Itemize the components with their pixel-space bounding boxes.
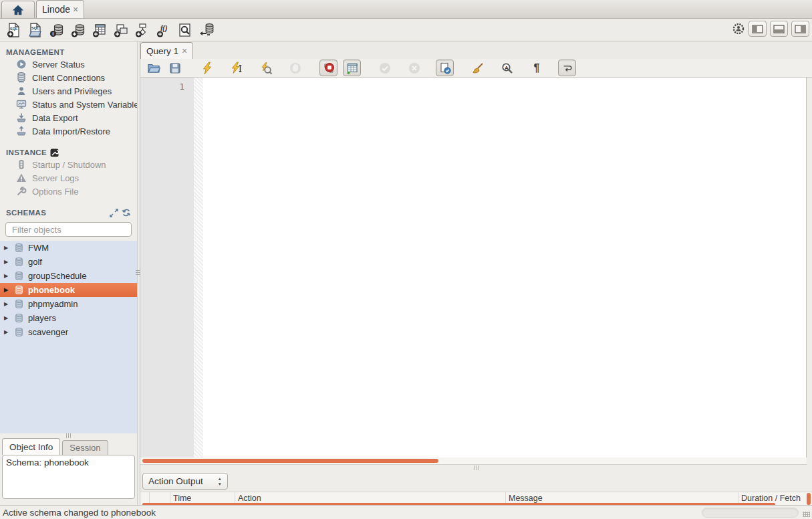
expander-icon[interactable]: ▶ xyxy=(4,301,10,307)
schema-icon xyxy=(14,299,24,309)
expander-icon[interactable]: ▶ xyxy=(4,273,10,279)
expander-icon[interactable]: ▶ xyxy=(4,315,10,321)
explain-button[interactable] xyxy=(258,60,274,76)
sidebar-item-server-status[interactable]: Server Status xyxy=(0,58,137,71)
word-wrap-icon xyxy=(561,62,573,74)
navigator-sidebar: MANAGEMENT Server Status Client Connecti… xyxy=(0,41,137,505)
create-table-button[interactable] xyxy=(89,20,110,40)
schema-name: phpmyadmin xyxy=(28,299,78,309)
status-bar: Active schema changed to phonebook xyxy=(0,505,812,519)
schema-name: FWM xyxy=(28,243,49,253)
mysql-workbench-window: Linode × SQL SQL i xyxy=(0,0,812,519)
create-procedure-icon xyxy=(134,22,150,38)
fold-margin xyxy=(194,78,203,457)
toggle-right-sidebar-button[interactable] xyxy=(791,21,809,37)
create-view-button[interactable] xyxy=(110,20,132,40)
tab-session[interactable]: Session xyxy=(62,440,108,455)
schema-icon xyxy=(14,285,24,295)
execute-current-button[interactable] xyxy=(229,60,245,76)
editor-hscrollbar-thumb[interactable] xyxy=(142,459,438,463)
sidebar-item-status-variables[interactable]: Status and System Variables xyxy=(0,98,137,111)
save-button[interactable] xyxy=(167,60,183,76)
editor-hscrollbar[interactable] xyxy=(140,457,807,465)
create-function-button[interactable]: f() xyxy=(153,20,174,40)
home-tab[interactable] xyxy=(1,1,35,18)
rollback-button[interactable] xyxy=(406,60,422,76)
home-icon xyxy=(11,3,25,17)
sidebar-item-users-privileges[interactable]: Users and Privileges xyxy=(0,84,137,98)
reconnect-dbms-icon xyxy=(198,22,215,38)
schema-inspector-icon: i xyxy=(49,22,65,38)
toggle-autocommit-button[interactable] xyxy=(436,60,454,76)
close-tab-icon[interactable]: × xyxy=(73,5,78,14)
sidebar-item-data-export[interactable]: Data Export xyxy=(0,111,137,124)
schema-row-phpmyadmin[interactable]: ▶ phpmyadmin xyxy=(0,297,137,311)
new-query-tab-button[interactable]: SQL xyxy=(3,20,25,40)
expand-schemas-icon[interactable] xyxy=(110,209,118,217)
preferences-gear-icon[interactable] xyxy=(732,22,745,35)
sidebar-item-startup-shutdown[interactable]: Startup / Shutdown xyxy=(0,158,137,171)
output-table-header: Time Action Message Duration / Fetch xyxy=(140,492,812,505)
limit-rows-button[interactable] xyxy=(343,60,361,76)
schemas-section-title: SCHEMAS xyxy=(0,207,137,218)
refresh-schemas-icon[interactable] xyxy=(122,208,131,217)
execute-current-icon xyxy=(230,62,243,75)
bottom-panel-icon xyxy=(773,25,785,33)
beautify-button[interactable] xyxy=(470,60,486,76)
schema-icon xyxy=(14,243,24,253)
code-area[interactable] xyxy=(203,78,806,457)
stop-button[interactable] xyxy=(287,60,303,76)
open-sql-script-button[interactable]: SQL xyxy=(25,20,46,40)
output-type-value: Action Output xyxy=(148,476,203,486)
query-tab-label: Query 1 xyxy=(146,46,178,56)
sql-editor[interactable]: 1 xyxy=(140,78,807,457)
expander-icon[interactable]: ▶ xyxy=(4,287,10,293)
schema-row-golf[interactable]: ▶ golf xyxy=(0,255,137,269)
schema-filter-input[interactable] xyxy=(12,225,130,235)
tab-object-info[interactable]: Object Info xyxy=(2,438,60,455)
output-panel-splitter[interactable] xyxy=(140,465,812,471)
create-procedure-button[interactable] xyxy=(132,20,153,40)
schema-row-phonebook[interactable]: ▶ phonebook xyxy=(0,283,137,297)
execute-button[interactable] xyxy=(199,60,215,76)
sidebar-item-client-connections[interactable]: Client Connections xyxy=(0,71,137,84)
sidebar-item-label: Startup / Shutdown xyxy=(32,160,106,170)
expander-icon[interactable]: ▶ xyxy=(4,245,10,251)
connection-tab-linode[interactable]: Linode × xyxy=(36,0,84,18)
sidebar-item-data-import[interactable]: Data Import/Restore xyxy=(0,124,137,138)
open-file-button[interactable] xyxy=(146,60,162,76)
toggle-left-sidebar-button[interactable] xyxy=(749,21,767,37)
commit-button[interactable] xyxy=(377,60,393,76)
schema-row-groupschedule[interactable]: ▶ groupSchedule xyxy=(0,269,137,283)
toggle-stop-on-error-button[interactable] xyxy=(319,60,337,76)
instance-section-title: INSTANCE xyxy=(0,147,137,158)
output-vscrollbar-thumb[interactable] xyxy=(807,493,811,505)
schema-inspector-button[interactable]: i xyxy=(46,20,67,40)
output-type-select[interactable]: Action Output ▲▼ xyxy=(142,473,228,490)
create-schema-button[interactable] xyxy=(67,20,89,40)
tab-query-1[interactable]: Query 1 × xyxy=(140,42,193,59)
left-panel-icon xyxy=(752,25,763,33)
stop-on-error-icon xyxy=(322,62,335,75)
resize-grip-icon[interactable] xyxy=(803,512,810,517)
expander-icon[interactable]: ▶ xyxy=(4,329,10,335)
reconnect-dbms-button[interactable] xyxy=(196,20,217,40)
search-table-data-button[interactable] xyxy=(174,20,196,40)
sidebar-item-server-logs[interactable]: Server Logs xyxy=(0,171,137,185)
sidebar-item-options-file[interactable]: Options File xyxy=(0,185,137,198)
toggle-wrap-button[interactable] xyxy=(558,60,576,76)
create-function-icon: f() xyxy=(156,22,172,38)
expander-icon[interactable]: ▶ xyxy=(4,259,10,265)
sidebar-item-label: Server Status xyxy=(32,60,85,70)
schema-row-fwm[interactable]: ▶ FWM xyxy=(0,241,137,255)
find-button[interactable]: A xyxy=(499,60,515,76)
sidebar-item-label: Data Export xyxy=(32,113,78,123)
object-info-content: Schema: phonebook xyxy=(2,455,135,499)
schema-row-players[interactable]: ▶ players xyxy=(0,311,137,325)
line-number: 1 xyxy=(179,82,184,92)
schema-row-scavenger[interactable]: ▶ scavenger xyxy=(0,325,137,339)
show-invisibles-button[interactable]: ¶ xyxy=(529,60,545,76)
schema-name: scavenger xyxy=(28,327,68,337)
close-query-tab-icon[interactable]: × xyxy=(182,46,187,56)
toggle-output-panel-button[interactable] xyxy=(770,21,788,37)
